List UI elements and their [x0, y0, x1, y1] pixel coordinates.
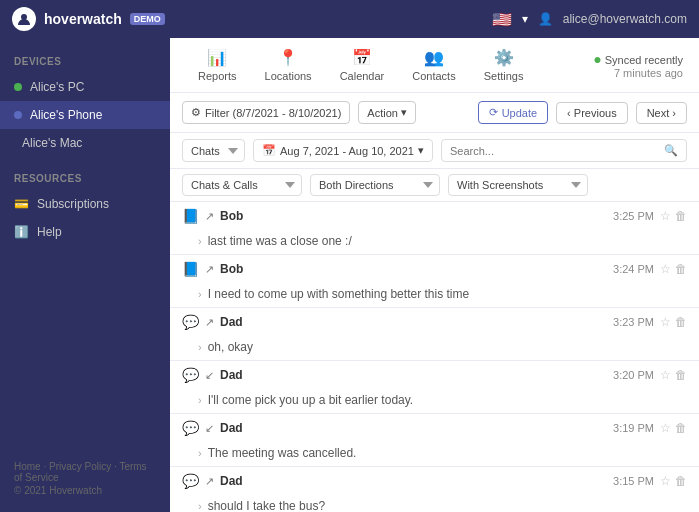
- nav-settings[interactable]: ⚙️ Settings: [472, 44, 536, 86]
- sync-status: ● Synced recently 7 minutes ago: [593, 51, 683, 79]
- platform-icon: 📘: [182, 261, 199, 277]
- settings-label: Settings: [484, 70, 524, 82]
- message-time: 3:23 PM: [613, 316, 654, 328]
- filter-label: Filter (8/7/2021 - 8/10/2021): [205, 107, 341, 119]
- screenshot-filter[interactable]: With Screenshots: [448, 174, 588, 196]
- sidebar-item-alices-mac[interactable]: Alice's Mac: [0, 129, 170, 157]
- update-button[interactable]: ⟳ Update: [478, 101, 548, 124]
- reports-icon: 📊: [207, 48, 227, 67]
- settings-icon: ⚙️: [494, 48, 514, 67]
- message-time: 3:24 PM: [613, 263, 654, 275]
- copyright: © 2021 Hoverwatch: [0, 483, 170, 498]
- date-chevron-icon: ▾: [418, 144, 424, 157]
- previous-chevron-icon: ‹: [567, 107, 571, 119]
- logo-icon: [12, 7, 36, 31]
- contacts-icon: 👥: [424, 48, 444, 67]
- sidebar-item-help[interactable]: ℹ️ Help: [0, 218, 170, 246]
- search-input[interactable]: [450, 145, 660, 157]
- user-email: alice@hoverwatch.com: [563, 12, 687, 26]
- star-icon[interactable]: ☆ 🗑: [660, 474, 687, 488]
- nav-contacts[interactable]: 👥 Contacts: [400, 44, 467, 86]
- next-button[interactable]: Next ›: [636, 102, 687, 124]
- sidebar-item-alices-pc[interactable]: Alice's PC: [0, 73, 170, 101]
- previous-button[interactable]: ‹ Previous: [556, 102, 628, 124]
- message-group: 💬 ↙ Dad 3:19 PM ☆ 🗑 › The meeting was ca…: [170, 414, 699, 467]
- chevron-icon: ▾: [522, 12, 528, 26]
- user-icon: 👤: [538, 12, 553, 26]
- nav-locations[interactable]: 📍 Locations: [253, 44, 324, 86]
- locations-label: Locations: [265, 70, 312, 82]
- star-icon[interactable]: ☆ 🗑: [660, 209, 687, 223]
- direction-filter[interactable]: Both Directions: [310, 174, 440, 196]
- message-group: 📘 ↗ Bob 3:25 PM ☆ 🗑 › last time was a cl…: [170, 202, 699, 255]
- message-body: › The meeting was cancelled.: [170, 442, 699, 466]
- direction-arrow: ↗: [205, 263, 214, 276]
- top-nav: hoverwatch DEMO 🇺🇸 ▾ 👤 alice@hoverwatch.…: [0, 0, 699, 38]
- sidebar-item-label: Alice's PC: [30, 80, 84, 94]
- direction-arrow: ↗: [205, 316, 214, 329]
- footer-links: Home · Privacy Policy · Terms of Service: [0, 451, 170, 483]
- nav-reports[interactable]: 📊 Reports: [186, 44, 249, 86]
- resources-label: RESOURCES: [0, 169, 170, 190]
- message-group: 💬 ↗ Dad 3:23 PM ☆ 🗑 › oh, okay: [170, 308, 699, 361]
- message-text: last time was a close one :/: [208, 234, 687, 248]
- expand-icon[interactable]: ›: [198, 394, 202, 406]
- expand-icon[interactable]: ›: [198, 288, 202, 300]
- message-body: › last time was a close one :/: [170, 230, 699, 254]
- sync-dot: ●: [593, 51, 601, 67]
- contact-name: Dad: [220, 315, 243, 329]
- sidebar-item-alices-phone[interactable]: Alice's Phone: [0, 101, 170, 129]
- nav-calendar[interactable]: 📅 Calendar: [328, 44, 397, 86]
- message-text: The meeting was cancelled.: [208, 446, 687, 460]
- expand-icon[interactable]: ›: [198, 500, 202, 512]
- next-chevron-icon: ›: [672, 107, 676, 119]
- filter-button[interactable]: ⚙ Filter (8/7/2021 - 8/10/2021): [182, 101, 350, 124]
- message-header: 💬 ↙ Dad 3:19 PM ☆ 🗑: [170, 414, 699, 442]
- star-icon[interactable]: ☆ 🗑: [660, 315, 687, 329]
- calendar-icon: 📅: [352, 48, 372, 67]
- expand-icon[interactable]: ›: [198, 235, 202, 247]
- action-label: Action: [367, 107, 398, 119]
- subtype-filter[interactable]: Chats & Calls: [182, 174, 302, 196]
- star-icon[interactable]: ☆ 🗑: [660, 421, 687, 435]
- message-time: 3:19 PM: [613, 422, 654, 434]
- flag-icon: 🇺🇸: [492, 10, 512, 29]
- status-dot-green: [14, 83, 22, 91]
- sidebar-item-subscriptions[interactable]: 💳 Subscriptions: [0, 190, 170, 218]
- message-text: oh, okay: [208, 340, 687, 354]
- action-button[interactable]: Action ▾: [358, 101, 416, 124]
- message-body: › I need to come up with something bette…: [170, 283, 699, 307]
- message-group: 💬 ↗ Dad 3:15 PM ☆ 🗑 › should I take the …: [170, 467, 699, 512]
- reports-label: Reports: [198, 70, 237, 82]
- contact-name: Dad: [220, 474, 243, 488]
- contact-name: Dad: [220, 421, 243, 435]
- message-header: 💬 ↙ Dad 3:20 PM ☆ 🗑: [170, 361, 699, 389]
- date-range-picker[interactable]: 📅 Aug 7, 2021 - Aug 10, 2021 ▾: [253, 139, 433, 162]
- action-chevron-icon: ▾: [401, 106, 407, 119]
- refresh-icon: ⟳: [489, 106, 498, 119]
- platform-icon: 💬: [182, 367, 199, 383]
- expand-icon[interactable]: ›: [198, 447, 202, 459]
- star-icon[interactable]: ☆ 🗑: [660, 368, 687, 382]
- message-header: 💬 ↗ Dad 3:23 PM ☆ 🗑: [170, 308, 699, 336]
- locations-icon: 📍: [278, 48, 298, 67]
- message-time: 3:15 PM: [613, 475, 654, 487]
- message-group: 📘 ↗ Bob 3:24 PM ☆ 🗑 › I need to come up …: [170, 255, 699, 308]
- sidebar-item-label: Help: [37, 225, 62, 239]
- sidebar: DEVICES Alice's PC Alice's Phone Alice's…: [0, 38, 170, 512]
- devices-label: DEVICES: [0, 52, 170, 73]
- expand-icon[interactable]: ›: [198, 341, 202, 353]
- calendar-label: Calendar: [340, 70, 385, 82]
- update-label: Update: [502, 107, 537, 119]
- filter-icon: ⚙: [191, 106, 201, 119]
- sidebar-item-label: Alice's Mac: [22, 136, 82, 150]
- sidebar-item-label: Subscriptions: [37, 197, 109, 211]
- subscriptions-icon: 💳: [14, 197, 29, 211]
- star-icon[interactable]: ☆ 🗑: [660, 262, 687, 276]
- direction-arrow: ↗: [205, 210, 214, 223]
- contact-name: Bob: [220, 209, 243, 223]
- platform-icon: 💬: [182, 473, 199, 489]
- message-time: 3:25 PM: [613, 210, 654, 222]
- type-filter[interactable]: Chats: [182, 139, 245, 162]
- sync-label: Synced recently: [605, 54, 683, 66]
